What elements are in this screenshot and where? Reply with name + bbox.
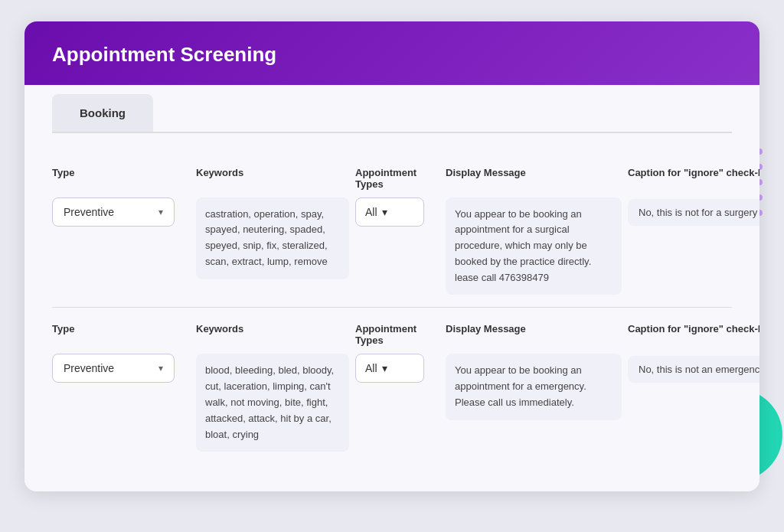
caption-row-1 <box>628 197 760 228</box>
tab-booking[interactable]: Booking <box>52 94 153 132</box>
caption-input-1[interactable] <box>628 199 760 226</box>
col-keywords-header: Keywords <box>196 167 349 190</box>
card-header: Appointment Screening <box>24 21 760 85</box>
row-2-data: Preventive ▾ blood, bleeding, bled, bloo… <box>52 354 732 452</box>
appt-type-select-2[interactable]: All ▾ <box>355 354 439 383</box>
column-headers: Type Keywords Appointment Types Display … <box>52 167 732 190</box>
col-keywords-header-2: Keywords <box>196 323 349 346</box>
screening-row-1: Type Keywords Appointment Types Display … <box>52 152 732 308</box>
type-select-1-chevron: ▾ <box>158 207 163 217</box>
display-message-2[interactable]: You appear to be booking an appointment … <box>446 354 622 419</box>
keywords-box-2[interactable]: blood, bleeding, bled, bloody, cut, lace… <box>196 354 349 452</box>
page-title: Appointment Screening <box>52 43 732 67</box>
col-type-header-2: Type <box>52 323 190 346</box>
type-select-1[interactable]: Preventive ▾ <box>52 197 190 227</box>
type-select-1-value: Preventive <box>64 206 114 218</box>
page-wrapper: Appointment Screening Booking Type Keywo… <box>24 21 760 511</box>
appt-select-1-chevron: ▾ <box>382 206 387 218</box>
col-appttype-header-2: Appointment Types <box>355 323 439 346</box>
tabs-row: Booking <box>52 85 732 133</box>
appt-select-2-chevron: ▾ <box>382 362 387 374</box>
col-caption-header: Caption for "ignore" check-box <box>628 167 760 190</box>
main-card: Appointment Screening Booking Type Keywo… <box>24 21 760 492</box>
appt-select-1-value: All <box>365 206 377 218</box>
col-display-header: Display Message <box>446 167 622 190</box>
type-select-2[interactable]: Preventive ▾ <box>52 354 190 383</box>
type-select-2-chevron: ▾ <box>158 363 163 374</box>
type-select-2-value: Preventive <box>64 362 114 374</box>
row-1-data: Preventive ▾ castration, operation, spay… <box>52 197 732 295</box>
column-headers-2: Type Keywords Appointment Types Display … <box>52 323 732 346</box>
caption-row-2 <box>628 354 760 384</box>
display-message-1[interactable]: You appear to be booking an appointment … <box>446 197 622 295</box>
card-body: Booking Type Keywords Appointment Types … <box>24 85 760 492</box>
appt-type-select-1[interactable]: All ▾ <box>355 197 439 227</box>
col-appttype-header: Appointment Types <box>355 167 439 190</box>
col-caption-header-2: Caption for "ignore" check-box <box>628 323 760 346</box>
col-display-header-2: Display Message <box>446 323 622 346</box>
keywords-box-1[interactable]: castration, operation, spay, spayed, neu… <box>196 197 349 279</box>
caption-input-2[interactable] <box>628 356 760 383</box>
screening-row-2: Type Keywords Appointment Types Display … <box>52 308 732 464</box>
appt-select-2-value: All <box>365 362 377 374</box>
col-type-header: Type <box>52 167 190 190</box>
